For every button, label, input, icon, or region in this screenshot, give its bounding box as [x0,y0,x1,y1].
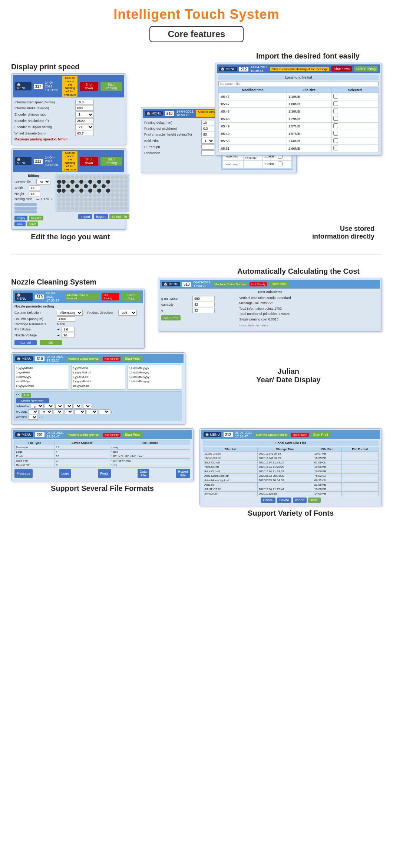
repaint-btn[interactable]: Repaint [29,216,44,220]
start-print-btn-317[interactable]: Start Printing [100,82,122,91]
internal-speed-input[interactable] [75,100,94,105]
scaling-val: 100% [41,197,49,201]
data-file-tab-btn[interactable]: DataFile [138,469,149,478]
third-input[interactable] [192,308,215,313]
production-input[interactable] [201,150,214,156]
nozzle-voltage-arrow[interactable]: ◄ [57,333,60,337]
wheel-diam-input[interactable] [75,131,94,136]
message-tab-btn[interactable]: Message [14,469,33,478]
file-row-fonts: Fonts10*.ttf/*.ttc*/.otf/*.pfb/*.pfm/ [15,454,190,459]
export-btn-211[interactable]: Export [94,214,108,219]
current-file-select[interactable]: New 1000 [36,179,50,184]
panel-212b-datetime: 06-03-202117:34:47 [235,431,252,438]
panel-310-nozzle: 🏠 MENU 310 06-03-202117:30:27 Machine St… [11,289,145,349]
prod-dir-select[interactable]: Left [118,310,137,316]
font-row: :05:491.57MB [219,123,379,130]
create-form-btn[interactable]: Create New Form [16,398,49,403]
cc-arrow[interactable]: << [16,393,20,398]
current-ph-input[interactable] [201,144,214,150]
delete-btn-fonts[interactable]: Delete [277,498,291,503]
hash-sel[interactable]: # [29,415,38,420]
panel-212-number: 212 [239,67,248,71]
height-input[interactable] [29,191,40,196]
import-btn-fonts[interactable]: Import [293,498,307,503]
bold-print-select[interactable]: 1 [201,138,214,144]
width-label: Width [14,186,27,190]
menu-icon-210: 🏠 MENU [145,111,163,116]
print-pulse-label: Print Pulse: [14,327,55,331]
cancel-flash-btn-317[interactable]: Click to cancel the flashing of the mess… [62,76,77,97]
ma3-sel[interactable]: MA3 [99,409,110,414]
col-sel-select[interactable]: Alternating [57,310,83,316]
report-file-tab-btn[interactable]: ReportFile [176,469,190,478]
start-print-cost2[interactable]: Start Print [161,315,181,320]
shutdown-btn-211[interactable]: Shut down [80,157,98,166]
y3-sel[interactable]: y3 [74,404,82,409]
ma1-sel[interactable]: MA1 [75,409,86,414]
print-char-label: Print character height setting(%) [144,133,200,136]
print-pulse-arrow-left[interactable]: ◄ [57,327,60,331]
stroke-rate-input[interactable] [75,106,94,111]
machine-status-cost: Machine Status Normal [213,282,247,286]
core-features-box: Core features [149,26,244,42]
cancel-flash-btn-211[interactable]: Click to cancel the flashing of the mess… [62,151,77,172]
empty-btn[interactable]: Empty [14,216,27,220]
start-print-btn-211[interactable]: Start Printing [100,157,122,166]
print-dot-input[interactable] [201,126,214,131]
start-print-d[interactable]: Start Print [123,356,142,361]
yy-sel[interactable]: yy [45,404,54,409]
julian-year-sel[interactable]: yyyy [31,404,44,409]
cancel-btn-fonts[interactable]: Cancel [261,498,275,503]
date-fmt-8: 8.yy-MM-dd [73,375,124,379]
ok-btn-nozzle[interactable]: OK [40,340,62,345]
shutdown-btn-317[interactable]: Shut down [80,82,98,91]
back-btn[interactable]: Back [14,222,26,226]
panel-211-number: 211 [34,159,43,164]
ma2-sel[interactable]: MA2 [87,409,98,414]
encoder-multi-select[interactable]: x1 [75,124,94,130]
start-print-n[interactable]: Start Print [122,292,141,301]
select-file-btn-211[interactable]: Select File [109,214,129,219]
import-btn-211[interactable]: Import [78,214,92,219]
mimm-sel[interactable]: MIMM [40,409,53,414]
fonts-tab-btn[interactable]: Fonts [98,469,111,478]
encoder-div-select[interactable]: 1 [75,112,94,117]
print-pulse-input[interactable] [62,327,75,332]
third-label: e [161,309,191,312]
m1-sel[interactable]: M1 [54,409,63,414]
label-use-stored: Use storedinformation directly [312,225,374,240]
doc-list-input-212[interactable] [218,81,379,86]
cancel-flash-btn-212[interactable]: Click to cancel the flashing of the mess… [270,67,330,71]
nozzle-voltage-input[interactable] [62,333,75,338]
scaling-minus[interactable]: — [36,197,39,201]
save-btn[interactable]: Save [27,222,38,226]
start-print-201[interactable]: Start Print [123,432,142,437]
start-print-cost[interactable]: Start Print [270,282,289,287]
capacity-input[interactable] [192,302,215,307]
install-btn-fonts[interactable]: Instal [308,498,321,503]
encoder-res-input[interactable] [75,118,94,123]
scaling-plus[interactable]: + [51,197,53,201]
mm-sel[interactable]: MM [28,409,39,414]
col-space-input[interactable] [57,316,75,322]
separator-1 [11,254,382,255]
width-input[interactable] [29,185,40,190]
add-btn[interactable]: Add [22,393,31,398]
cancel-btn-nozzle[interactable]: Cancel [14,340,37,345]
print-char-input[interactable] [201,132,214,137]
m2-sel[interactable]: M2 [64,409,73,414]
y2-sel[interactable]: y2 [65,404,73,409]
cartridge-val: Manu [57,322,65,326]
page-header: Intelligent Touch System Core features [0,0,393,45]
shutdown-btn-212[interactable]: Shut down [331,66,352,71]
start-print-212b[interactable]: Start Print [311,432,330,437]
print-delay-input[interactable] [201,120,214,125]
ink-price-input[interactable] [192,296,215,301]
col-sel-label: Column Selection [14,311,55,315]
y4-sel[interactable]: y4 [83,404,91,409]
logo-tab-btn[interactable]: Logo [59,469,71,478]
colon-icon: : [111,410,112,413]
y1-sel[interactable]: y1 [55,404,63,409]
start-print-btn-212[interactable]: Start Printing [354,66,378,71]
encoder-div-label: Encoder division ratio [14,113,74,116]
